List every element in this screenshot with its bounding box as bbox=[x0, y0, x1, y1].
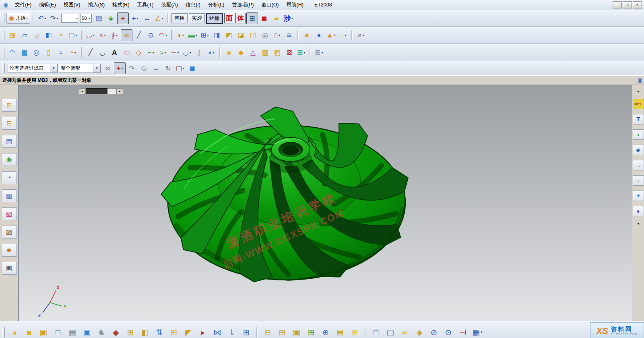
intersection-point-icon[interactable]: ×▾ bbox=[97, 29, 108, 41]
diamond-box-icon[interactable]: ◈ bbox=[413, 326, 426, 338]
red-cube-icon[interactable]: ◼ bbox=[258, 12, 270, 24]
pan-icon[interactable]: ↔ bbox=[150, 62, 162, 74]
menu-information[interactable]: 信息(I) bbox=[181, 0, 204, 10]
yellow-add-cube-icon[interactable]: ⊞ bbox=[348, 326, 361, 338]
cone-feature-icon[interactable]: ▲▾ bbox=[325, 29, 337, 41]
cone-feature-icon-dropdown[interactable]: ▾ bbox=[334, 33, 336, 37]
toolbar-grip[interactable] bbox=[2, 327, 5, 338]
close-button[interactable]: × bbox=[633, 1, 642, 8]
constraint-line-icon[interactable]: ⊣ bbox=[456, 326, 469, 338]
redo-icon-dropdown[interactable]: ▾ bbox=[57, 17, 58, 20]
subtract-icon[interactable]: ◨ bbox=[211, 29, 223, 41]
restore-button[interactable]: 还原 bbox=[206, 13, 223, 24]
spiral-curve-icon[interactable]: ∮▾ bbox=[109, 29, 120, 41]
shell-icon[interactable]: ◌▾ bbox=[337, 29, 349, 41]
intersection-point-icon-dropdown[interactable]: ▾ bbox=[104, 33, 105, 37]
body-button[interactable]: 体 bbox=[235, 13, 246, 23]
start-button[interactable]: ◉开始▾ bbox=[6, 13, 30, 24]
menu-insert[interactable]: 插入(S) bbox=[84, 0, 108, 10]
replace-component-icon[interactable]: ⇅ bbox=[153, 326, 166, 338]
scroll-thumb[interactable] bbox=[86, 88, 107, 94]
edit-cube-icon[interactable]: ▣ bbox=[290, 326, 303, 338]
pattern-component-icon[interactable]: ⊞ bbox=[240, 326, 253, 338]
shaded-view-icon[interactable]: ◼ bbox=[186, 62, 198, 74]
color-palette-icon[interactable]: ▧ bbox=[2, 207, 17, 220]
wade-button[interactable]: 涉▾ bbox=[283, 13, 294, 24]
interference-icon-dropdown[interactable]: ▾ bbox=[362, 33, 364, 37]
shell-icon-dropdown[interactable]: ▾ bbox=[345, 33, 347, 37]
datum-table-icon-dropdown[interactable]: ▾ bbox=[481, 330, 482, 334]
toolbar-grip[interactable] bbox=[2, 63, 5, 73]
open-part-icon[interactable]: ◕ bbox=[8, 326, 21, 338]
collapse-top-icon[interactable]: ◂ bbox=[635, 89, 642, 94]
wave-link-icon[interactable]: ⇂ bbox=[225, 326, 238, 338]
solid-cube-icon[interactable]: ■ bbox=[23, 326, 35, 338]
menu-edit[interactable]: 编辑(E) bbox=[35, 0, 59, 10]
target-cube-icon[interactable]: ⊕ bbox=[319, 326, 332, 338]
wade-button-dropdown[interactable]: ▾ bbox=[291, 17, 293, 20]
view-combo-dropdown[interactable]: ▾ bbox=[76, 17, 78, 20]
profile-arc-icon[interactable]: ◡ bbox=[97, 47, 108, 58]
helix-icon[interactable]: ∫ bbox=[193, 47, 205, 58]
scroll-track[interactable] bbox=[107, 88, 116, 94]
iso-box-icon[interactable]: ◇ bbox=[138, 62, 150, 74]
framed-cube-icon[interactable]: ▣ bbox=[37, 326, 50, 338]
offset-surface-icon[interactable]: ⊞▾ bbox=[295, 47, 307, 58]
redo-icon[interactable]: ↷▾ bbox=[48, 12, 60, 24]
impeller-model[interactable] bbox=[161, 107, 409, 282]
point-on-curve-icon-dropdown[interactable]: ▾ bbox=[93, 33, 95, 37]
touch-window-icon[interactable]: ▣ bbox=[2, 262, 17, 275]
maximize-button[interactable]: □ bbox=[623, 1, 632, 8]
ruled-surface-icon[interactable]: ◠ bbox=[6, 47, 18, 58]
menu-file[interactable]: 文件(F) bbox=[10, 0, 35, 10]
block-feature-icon[interactable]: ■ bbox=[301, 29, 313, 41]
mirror-part-icon[interactable]: ◆ bbox=[109, 326, 122, 338]
bridge-curve-icon-dropdown[interactable]: ▾ bbox=[190, 51, 191, 54]
measure-distance-icon[interactable]: ↔ bbox=[141, 12, 153, 24]
text-tool-icon[interactable]: A bbox=[109, 47, 120, 58]
snapshot-icon[interactable]: ▣ bbox=[80, 326, 93, 338]
datum-table-icon[interactable]: ▦▾ bbox=[471, 326, 484, 338]
copy-paste-icon[interactable]: ⊞ bbox=[246, 12, 258, 24]
stacked-cubes-icon[interactable]: ▤ bbox=[334, 326, 347, 338]
trim-body-icon[interactable]: ◪ bbox=[235, 29, 247, 41]
chain-link-icon[interactable]: ∞ bbox=[121, 29, 132, 41]
part-navigator-icon[interactable]: ▤ bbox=[2, 135, 17, 148]
studio-spline-icon[interactable]: ~▾ bbox=[145, 47, 157, 58]
measure-angle-icon-dropdown[interactable]: ▾ bbox=[162, 17, 163, 20]
half-sphere-icon-dropdown[interactable]: ▾ bbox=[182, 33, 184, 37]
menu-analysis[interactable]: 分析(L) bbox=[204, 0, 227, 10]
info-part-icon[interactable]: ⊙ bbox=[442, 326, 455, 338]
graphics-viewport[interactable]: 潇洒职业培训学校 启网:WWW.DGXSPX.COM X Y Z ◂ ▸ bbox=[19, 85, 632, 321]
spline-icon[interactable]: ∽▾ bbox=[169, 47, 181, 58]
offset-surface-icon-dropdown[interactable]: ▾ bbox=[304, 51, 305, 54]
datum-csys-icon[interactable]: ⊿ bbox=[31, 29, 42, 41]
horizontal-scrollbar[interactable]: ◂ ▸ bbox=[79, 88, 123, 94]
deform-icon[interactable]: △ bbox=[247, 47, 259, 58]
find-component-icon[interactable]: ∞ bbox=[102, 62, 114, 74]
snap-point-icon[interactable]: + bbox=[117, 12, 129, 24]
mesh-surface-icon[interactable]: ▦ bbox=[19, 47, 30, 58]
swept-icon[interactable]: ≈ bbox=[55, 47, 66, 58]
datum-plane-icon[interactable]: ▱ bbox=[19, 29, 30, 41]
tube-icon[interactable]: ◖▾ bbox=[205, 47, 217, 58]
toolbar-grip[interactable] bbox=[2, 47, 4, 58]
spiral-curve-icon-dropdown[interactable]: ▾ bbox=[116, 33, 118, 37]
section-surface-icon[interactable]: ◔▾ bbox=[67, 47, 78, 58]
revolve-icon[interactable]: ◔ bbox=[55, 29, 66, 41]
undo-icon-dropdown[interactable]: ▾ bbox=[45, 17, 46, 20]
block-icon-dropdown[interactable]: ▾ bbox=[76, 33, 77, 37]
fit-spline-icon[interactable]: ≈▾ bbox=[157, 47, 169, 58]
combo-arrow-icon[interactable]: ▼ bbox=[50, 64, 57, 73]
point-method-icon[interactable]: +▾ bbox=[129, 12, 141, 24]
translucency-button[interactable]: 实透 bbox=[189, 13, 205, 23]
iform-icon[interactable]: ◆ bbox=[235, 47, 247, 58]
cup-part-icon[interactable]: ▽ bbox=[633, 175, 644, 186]
blue-part-icon[interactable]: ◆ bbox=[633, 145, 644, 155]
layer-stack-icon[interactable]: ▤ bbox=[93, 12, 105, 24]
unite-icon[interactable]: ⊞▾ bbox=[199, 29, 211, 41]
hole-icon[interactable]: ◎ bbox=[259, 29, 271, 41]
reference-blue-icon[interactable]: ▢ bbox=[384, 326, 397, 338]
boss-icon[interactable]: ▯▾ bbox=[271, 29, 283, 41]
point-on-curve-icon[interactable]: ◡▾ bbox=[85, 29, 96, 41]
